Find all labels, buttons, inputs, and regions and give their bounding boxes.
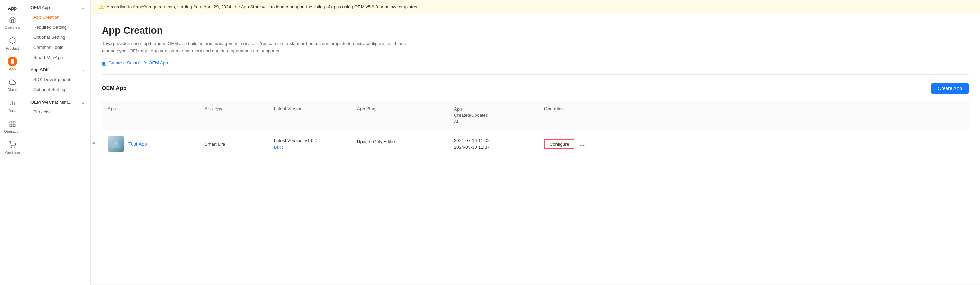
app-icon: [8, 57, 17, 66]
sidebar-label-overview: Overview: [5, 25, 21, 29]
sidebar-item-sdk-development[interactable]: SDK Development: [25, 75, 91, 85]
chevron-left-icon: [92, 141, 94, 144]
svg-rect-7: [10, 125, 12, 126]
oem-app-section-row: OEM App Create App: [102, 83, 969, 94]
operation-container: Configure ...: [544, 139, 587, 149]
svg-rect-0: [11, 59, 14, 64]
svg-rect-8: [13, 125, 15, 126]
cell-operation: Configure ...: [538, 130, 608, 158]
cell-app-type: Smart Life: [199, 130, 268, 158]
page-description: Tuya provides one-stop branded OEM app b…: [102, 40, 414, 55]
updated-at: 2024-05-30 11:37: [454, 144, 490, 150]
oem-app-section-label: OEM App: [30, 5, 50, 10]
sidebar-item-app[interactable]: App: [0, 54, 25, 75]
section-divider: [102, 74, 969, 75]
sidebar-label-cloud: Cloud: [7, 88, 18, 92]
banner-text: According to Apple's requirements, start…: [107, 4, 418, 10]
sidebar-nav: OEM App App Creation Required Setting Op…: [25, 0, 91, 285]
sidebar-label-purchase: Purchase: [4, 150, 20, 154]
create-smart-life-link[interactable]: Create a Smart Life OEM App: [102, 60, 969, 66]
svg-point-9: [11, 147, 12, 148]
link-icon: [102, 60, 106, 66]
app-sdk-section-header[interactable]: App SDK: [25, 65, 91, 75]
main-content: ⚠ According to Apple's requirements, sta…: [91, 0, 980, 285]
cell-app-plan: Update-Only Edition -: [352, 130, 449, 158]
box-icon: [8, 37, 17, 45]
app-plan-container: Update-Only Edition -: [357, 139, 397, 149]
oem-wechat-items: Projects: [25, 107, 91, 117]
table-row: Test App Smart Life Latest Version: v1.0…: [102, 130, 969, 158]
sidebar-item-data[interactable]: Data: [0, 95, 25, 116]
cell-dates: 2021-07-16 11:02 2024-05-30 11:37: [449, 130, 538, 158]
sidebar-item-operation[interactable]: Operation: [0, 116, 25, 137]
app-plan-sub: -: [357, 144, 397, 149]
sidebar-item-projects[interactable]: Projects: [25, 107, 91, 117]
cloud-icon: [8, 78, 17, 86]
oem-app-section-header[interactable]: OEM App: [25, 3, 91, 12]
oem-app-section-title: OEM App: [102, 85, 126, 91]
sidebar-item-smart-miniapp[interactable]: Smart MiniApp: [25, 52, 91, 62]
app-cell-content: Test App: [108, 136, 147, 152]
more-options-button[interactable]: ...: [577, 140, 587, 148]
sidebar-item-app-creation[interactable]: App Creation: [25, 12, 91, 22]
sidebar-label-operation: Operation: [4, 129, 21, 133]
oem-app-items: App Creation Required Setting Optional S…: [25, 12, 91, 62]
sidebar-label-data: Data: [8, 109, 16, 113]
oem-app-table: App App Type Latest Version App Plan App…: [102, 101, 969, 159]
app-plan-main: Update-Only Edition: [357, 139, 397, 144]
warning-icon: ⚠: [99, 3, 104, 10]
app-sdk-chevron-icon: [82, 67, 85, 72]
operation-icon: [8, 120, 17, 128]
svg-point-13: [114, 141, 118, 144]
home-icon: [8, 16, 17, 24]
oem-wechat-chevron-icon: [82, 99, 85, 105]
sidebar-label-product: Product: [6, 46, 19, 50]
app-thumbnail: [108, 136, 124, 152]
version-text: Latest Version: v1.0.0: [274, 138, 317, 143]
sidebar-item-overview[interactable]: Overview: [0, 12, 25, 33]
col-latest-version: Latest Version: [268, 101, 352, 130]
cell-latest-version: Latest Version: v1.0.0 Built: [268, 130, 352, 158]
sidebar-label-app: App: [9, 67, 16, 71]
app-sdk-items: SDK Development Optional Setting: [25, 75, 91, 94]
sidebar-item-optional-setting-1[interactable]: Optional Setting: [25, 32, 91, 42]
sidebar-item-required-setting[interactable]: Required Setting: [25, 22, 91, 32]
sidebar-item-optional-setting-2[interactable]: Optional Setting: [25, 85, 91, 94]
cell-app: Test App: [102, 130, 199, 158]
svg-point-12: [111, 145, 121, 148]
col-app: App: [102, 101, 199, 130]
col-app-type: App Type: [199, 101, 268, 130]
sidebar-item-common-tools[interactable]: Common Tools: [25, 42, 91, 52]
version-built-container: Latest Version: v1.0.0 Built: [274, 138, 317, 150]
purchase-icon: [8, 141, 17, 149]
app-name-link[interactable]: Test App: [129, 141, 147, 147]
icon-sidebar: App Overview Product App Cloud Data: [0, 0, 25, 285]
sidebar-app-title: App: [2, 3, 22, 12]
create-app-button[interactable]: Create App: [931, 83, 969, 94]
svg-rect-6: [13, 121, 15, 123]
sidebar-item-cloud[interactable]: Cloud: [0, 75, 25, 95]
oem-wechat-section-label: OEM WeChat Mini...: [30, 99, 72, 105]
warning-banner: ⚠ According to Apple's requirements, sta…: [91, 0, 980, 14]
built-badge: Built: [274, 144, 317, 150]
created-at: 2021-07-16 11:02: [454, 138, 490, 143]
dates-container: 2021-07-16 11:02 2024-05-30 11:37: [454, 138, 490, 150]
table-header: App App Type Latest Version App Plan App…: [102, 101, 969, 130]
svg-point-10: [14, 147, 15, 148]
oem-app-chevron-icon: [82, 5, 85, 10]
sidebar-item-product[interactable]: Product: [0, 33, 25, 54]
configure-button[interactable]: Configure: [544, 139, 574, 149]
svg-rect-5: [10, 121, 12, 123]
col-operation: Operation: [538, 101, 608, 130]
content-area: App Creation Tuya provides one-stop bran…: [91, 14, 980, 284]
create-link-text: Create a Smart Life OEM App: [108, 60, 168, 66]
app-sdk-section-label: App SDK: [30, 67, 49, 72]
page-title: App Creation: [102, 25, 969, 36]
sidebar-item-purchase[interactable]: Purchase: [0, 137, 25, 158]
sidebar-collapse-button[interactable]: [91, 137, 96, 148]
col-app-plan: App Plan: [352, 101, 449, 130]
oem-wechat-section-header[interactable]: OEM WeChat Mini...: [25, 98, 91, 107]
col-created-updated: AppCreated/UpdatedAt: [449, 101, 538, 130]
data-icon: [8, 99, 17, 107]
